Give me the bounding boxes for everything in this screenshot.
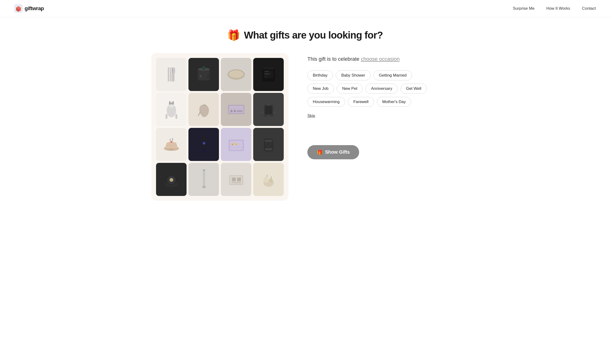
svg-rect-71 [229,175,243,185]
svg-rect-16 [264,70,273,78]
svg-rect-75 [232,182,241,183]
svg-rect-4 [172,67,173,81]
svg-rect-5 [173,72,174,81]
occasion-tags-section: Birthday Baby Shower Getting Married New… [307,70,459,107]
tags-row-1: Birthday Baby Shower Getting Married [307,70,459,80]
svg-rect-35 [237,110,242,112]
svg-rect-31 [228,105,245,114]
svg-rect-54 [230,141,243,150]
grid-cell-4-2 [188,163,219,196]
svg-rect-40 [267,104,270,105]
svg-point-21 [169,101,174,108]
nav-surprise-me[interactable]: Surprise Me [513,6,534,11]
svg-point-41 [268,104,269,105]
svg-rect-72 [230,176,242,184]
right-panel: This gift is to celebrate choose occasio… [307,53,459,159]
svg-rect-29 [173,101,174,104]
svg-rect-3 [170,67,171,81]
grid-cell-3-3: 😮 🙂 [221,128,251,161]
svg-point-1 [18,7,19,8]
title-emoji: 🎁 [227,29,240,41]
svg-rect-2 [168,67,169,81]
prompt-text: This gift is to celebrate [307,56,359,62]
tag-getting-married[interactable]: Getting Married [374,70,412,80]
svg-point-44 [164,146,179,151]
svg-rect-7 [198,70,210,80]
svg-text:K: K [200,75,202,78]
svg-point-65 [167,176,176,184]
svg-rect-53 [229,140,244,151]
tag-new-job[interactable]: New Job [307,84,334,94]
grid-cell-1-1 [156,58,187,91]
svg-text:Kitchen: Kitchen [265,73,270,75]
svg-point-67 [170,179,173,181]
svg-point-77 [263,177,269,183]
nav-contact[interactable]: Contact [582,6,596,11]
grid-cell-2-4 [253,93,284,126]
svg-point-51 [203,142,206,145]
svg-rect-26 [166,114,167,119]
svg-rect-69 [202,186,206,188]
svg-point-47 [170,141,172,143]
svg-line-80 [271,177,272,179]
svg-point-52 [203,143,205,144]
tag-mothers-day[interactable]: Mother's Day [377,97,411,107]
svg-point-20 [167,104,176,117]
image-panel: K [151,53,288,201]
occasion-prompt: This gift is to celebrate choose occasio… [307,55,459,63]
show-gifts-label: Show Gifts [325,149,350,155]
skip-link[interactable]: Skip [307,114,315,118]
svg-point-61 [266,142,271,146]
grid-cell-4-1 [156,163,187,196]
logo-text: giftwrap [25,5,44,12]
tag-housewarming[interactable]: Housewarming [307,97,345,107]
page-title: What gifts are you looking for? [244,29,383,41]
grid-cell-1-3 [221,58,251,91]
show-gifts-button[interactable]: 🎁 Show Gifts [307,145,359,159]
svg-line-79 [267,175,267,177]
svg-point-10 [202,66,206,70]
svg-rect-58 [264,139,273,152]
grid-cell-3-1 [156,128,187,161]
svg-rect-74 [237,178,241,181]
grid-cell-1-4: Art & Kitchen Co. [253,58,284,91]
svg-rect-50 [202,148,206,153]
svg-rect-27 [175,114,177,119]
tag-new-pet[interactable]: New Pet [337,84,363,94]
svg-line-30 [198,112,200,116]
svg-point-12 [228,70,245,79]
svg-point-76 [263,179,274,187]
svg-point-62 [267,143,270,145]
svg-text:Art &: Art & [265,71,269,72]
svg-line-42 [261,112,264,113]
header: giftwrap Surprise Me How It Works Contac… [0,0,610,17]
tag-birthday[interactable]: Birthday [307,70,333,80]
svg-rect-38 [265,106,272,114]
grid-cell-4-4 [253,163,284,196]
nav-how-it-works[interactable]: How It Works [546,6,570,11]
svg-point-6 [173,67,175,74]
svg-point-25 [172,103,173,104]
svg-rect-15 [263,67,274,69]
logo[interactable]: giftwrap [14,4,44,13]
tag-get-well[interactable]: Get Well [401,84,427,94]
tag-farewell[interactable]: Farewell [348,97,374,107]
svg-point-23 [172,103,174,104]
svg-text:🙂: 🙂 [235,143,238,146]
tag-baby-shower[interactable]: Baby Shower [336,70,371,80]
tag-anniversary[interactable]: Anniversary [365,84,398,94]
svg-point-64 [166,175,177,185]
grid-cell-2-2 [188,93,219,126]
svg-point-63 [165,181,178,187]
grid-cell-3-2 [188,128,219,161]
content-row: K [151,53,459,201]
svg-rect-70 [203,169,205,171]
choose-occasion-link[interactable]: choose occasion [361,56,400,62]
svg-point-11 [203,67,205,69]
svg-point-34 [234,110,236,112]
svg-rect-73 [232,178,236,181]
svg-rect-14 [262,68,275,81]
svg-point-78 [269,179,273,182]
main-content: 🎁 What gifts are you looking for? [0,17,610,215]
svg-point-8 [198,68,210,71]
